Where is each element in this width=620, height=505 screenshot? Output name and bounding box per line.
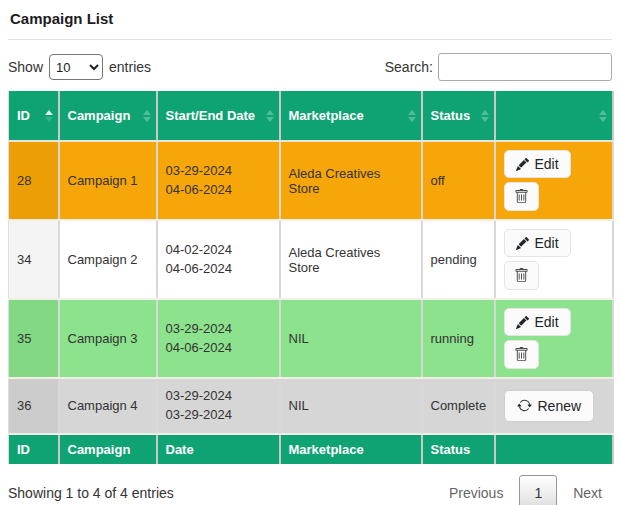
cell-marketplace: Aleda Creatives Store [280, 141, 422, 220]
cell-marketplace: NIL [280, 378, 422, 434]
cell-status: pending [422, 220, 495, 299]
current-page-button[interactable]: 1 [519, 475, 557, 505]
header-campaign-label: Campaign [68, 108, 131, 123]
campaign-table: ID Campaign Start/End Date Marketplace S… [8, 91, 614, 464]
start-date: 03-29-2024 [166, 387, 271, 406]
cell-dates: 04-02-2024 04-06-2024 [157, 220, 280, 299]
cell-actions: Edit [495, 299, 613, 378]
header-campaign[interactable]: Campaign [59, 91, 157, 141]
page-title: Campaign List [8, 6, 612, 40]
pencil-icon [516, 158, 529, 171]
table-body: 28 Campaign 1 03-29-2024 04-06-2024 Aled… [9, 141, 613, 434]
entries-info: Showing 1 to 4 of 4 entries [8, 485, 174, 501]
sort-icon [481, 110, 489, 122]
header-marketplace-label: Marketplace [289, 108, 364, 123]
cell-marketplace: NIL [280, 299, 422, 378]
header-status[interactable]: Status [422, 91, 495, 141]
trash-icon [514, 268, 529, 283]
sort-icon [143, 110, 151, 122]
cell-dates: 03-29-2024 03-29-2024 [157, 378, 280, 434]
edit-button-label: Edit [535, 314, 559, 330]
end-date: 03-29-2024 [166, 406, 271, 425]
cell-status: off [422, 141, 495, 220]
end-date: 04-06-2024 [166, 339, 271, 358]
renew-button[interactable]: Renew [504, 390, 595, 422]
cell-campaign: Campaign 3 [59, 299, 157, 378]
header-id[interactable]: ID [9, 91, 59, 141]
header-id-label: ID [17, 108, 30, 123]
cell-actions: Edit [495, 220, 613, 299]
header-date[interactable]: Start/End Date [157, 91, 280, 141]
sort-icon [266, 110, 274, 122]
table-row: 36 Campaign 4 03-29-2024 03-29-2024 NIL … [9, 378, 613, 434]
campaign-list-page: Campaign List Show 10 entries Search: ID [0, 0, 620, 505]
trash-icon [514, 347, 529, 362]
renew-button-label: Renew [538, 398, 582, 414]
footer-header-id: ID [9, 434, 59, 464]
sort-asc-icon [45, 110, 53, 122]
table-row: 35 Campaign 3 03-29-2024 04-06-2024 NIL … [9, 299, 613, 378]
delete-button[interactable] [504, 261, 539, 290]
cell-marketplace: Aleda Creatives Store [280, 220, 422, 299]
search-input[interactable] [438, 53, 612, 81]
table-row: 34 Campaign 2 04-02-2024 04-06-2024 Aled… [9, 220, 613, 299]
cell-id: 34 [9, 220, 59, 299]
search-control: Search: [385, 53, 612, 81]
header-status-label: Status [431, 108, 471, 123]
footer-header-marketplace: Marketplace [280, 434, 422, 464]
header-date-label: Start/End Date [166, 108, 256, 123]
edit-button-label: Edit [535, 156, 559, 172]
cell-actions: Renew [495, 378, 613, 434]
end-date: 04-06-2024 [166, 181, 271, 200]
pagination: Previous 1 Next [439, 475, 612, 505]
table-row: 28 Campaign 1 03-29-2024 04-06-2024 Aled… [9, 141, 613, 220]
pencil-icon [516, 316, 529, 329]
start-date: 03-29-2024 [166, 320, 271, 339]
show-label: Show [8, 59, 43, 75]
table-footer-header: ID Campaign Date Marketplace Status [9, 434, 613, 464]
header-marketplace[interactable]: Marketplace [280, 91, 422, 141]
delete-button[interactable] [504, 182, 539, 211]
cell-actions: Edit [495, 141, 613, 220]
previous-page-button[interactable]: Previous [439, 479, 513, 505]
cell-dates: 03-29-2024 04-06-2024 [157, 299, 280, 378]
table-controls: Show 10 entries Search: [8, 53, 612, 81]
footer-header-date: Date [157, 434, 280, 464]
refresh-icon [517, 398, 532, 413]
cell-campaign: Campaign 2 [59, 220, 157, 299]
start-date: 03-29-2024 [166, 162, 271, 181]
cell-id: 28 [9, 141, 59, 220]
start-date: 04-02-2024 [166, 241, 271, 260]
table-info-bar: Showing 1 to 4 of 4 entries Previous 1 N… [8, 475, 612, 505]
cell-campaign: Campaign 1 [59, 141, 157, 220]
footer-header-status: Status [422, 434, 495, 464]
delete-button[interactable] [504, 340, 539, 369]
header-actions[interactable] [495, 91, 613, 141]
entries-label: entries [109, 59, 151, 75]
cell-status: running [422, 299, 495, 378]
footer-header-campaign: Campaign [59, 434, 157, 464]
cell-id: 35 [9, 299, 59, 378]
cell-campaign: Campaign 4 [59, 378, 157, 434]
trash-icon [514, 189, 529, 204]
edit-button-label: Edit [535, 235, 559, 251]
next-page-button[interactable]: Next [563, 479, 612, 505]
pencil-icon [516, 237, 529, 250]
table-header: ID Campaign Start/End Date Marketplace S… [9, 91, 613, 141]
search-label: Search: [385, 59, 433, 75]
cell-dates: 03-29-2024 04-06-2024 [157, 141, 280, 220]
footer-header-actions [495, 434, 613, 464]
page-length-control: Show 10 entries [8, 54, 151, 80]
cell-status: Complete [422, 378, 495, 434]
sort-icon [408, 110, 416, 122]
end-date: 04-06-2024 [166, 260, 271, 279]
edit-button[interactable]: Edit [504, 308, 571, 336]
page-length-select[interactable]: 10 [49, 54, 103, 80]
edit-button[interactable]: Edit [504, 229, 571, 257]
edit-button[interactable]: Edit [504, 150, 571, 178]
cell-id: 36 [9, 378, 59, 434]
sort-icon [599, 110, 607, 122]
